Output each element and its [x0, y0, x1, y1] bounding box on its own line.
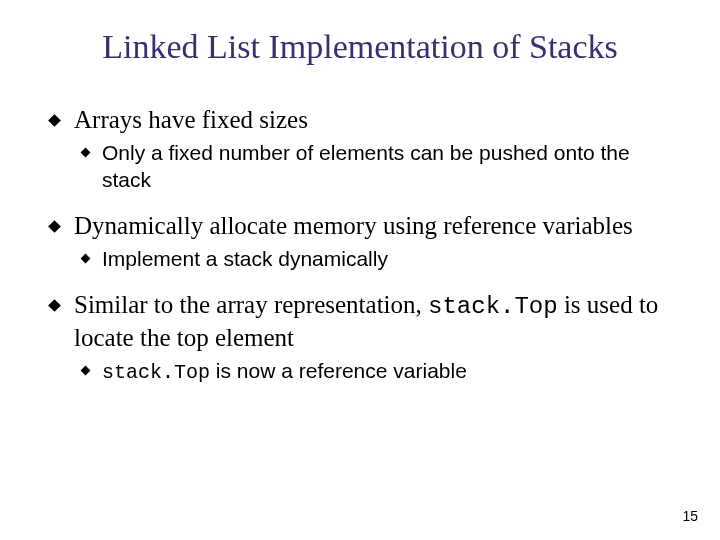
bullet-text: Arrays have fixed sizes	[74, 106, 308, 133]
bullet-text: Implement a stack dynamically	[102, 247, 388, 270]
slide-title: Linked List Implementation of Stacks	[0, 28, 720, 66]
bullet-level2: Only a fixed number of elements can be p…	[42, 140, 678, 194]
bullet-level1: Dynamically allocate memory using refere…	[42, 210, 678, 242]
bullet-text: Dynamically allocate memory using refere…	[74, 212, 633, 239]
bullet-level1: Similar to the array representation, sta…	[42, 289, 678, 355]
code-text: stack.Top	[102, 361, 210, 384]
bullet-text: is now a reference variable	[210, 359, 467, 382]
bullet-level2: stack.Top is now a reference variable	[42, 358, 678, 386]
bullet-text: Similar to the array representation,	[74, 291, 428, 318]
page-number: 15	[682, 508, 698, 524]
bullet-level1: Arrays have fixed sizes	[42, 104, 678, 136]
slide-body: Arrays have fixed sizes Only a fixed num…	[42, 104, 678, 402]
slide: Linked List Implementation of Stacks Arr…	[0, 0, 720, 540]
code-text: stack.Top	[428, 293, 558, 320]
bullet-level2: Implement a stack dynamically	[42, 246, 678, 273]
bullet-text: Only a fixed number of elements can be p…	[102, 141, 630, 191]
